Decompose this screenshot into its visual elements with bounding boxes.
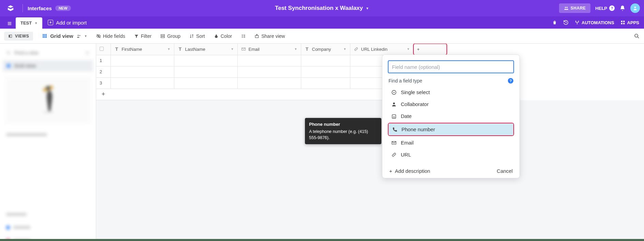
sidebar-search[interactable]: Find a view <box>3 47 93 59</box>
eye-off-icon <box>96 34 101 39</box>
field-type-date[interactable]: 31 Date <box>388 110 514 122</box>
app-logo-icon[interactable] <box>7 4 14 12</box>
grid-cell[interactable] <box>301 55 350 66</box>
field-type-single-select[interactable]: Single select <box>388 86 514 98</box>
help-icon[interactable]: ? <box>508 78 513 84</box>
find-field-type-label: Find a field type <box>389 78 422 84</box>
panel-footer: + Add description Cancel <box>388 168 514 174</box>
grid-cell[interactable] <box>237 66 301 77</box>
svg-point-12 <box>77 34 79 36</box>
automations-label: AUTOMATIONS <box>582 20 614 25</box>
group-label: Group <box>167 33 180 39</box>
grid-cell[interactable] <box>111 55 174 66</box>
grid-cell[interactable] <box>111 66 174 77</box>
top-right-actions: SHARE HELP ? <box>559 3 640 13</box>
tables-menu-button[interactable] <box>3 18 16 29</box>
grid-cell[interactable] <box>174 66 237 77</box>
field-type-url[interactable]: URL <box>388 149 514 161</box>
user-avatar[interactable] <box>630 3 640 13</box>
sidebar-create-header[interactable] <box>3 209 93 220</box>
field-name-input[interactable] <box>388 60 514 73</box>
grid-cell[interactable] <box>301 77 350 89</box>
calendar-icon: 31 <box>391 114 397 119</box>
field-type-phone-number[interactable]: Phone number <box>389 123 513 135</box>
share-view-button[interactable]: Share view <box>254 33 285 39</box>
select-icon <box>391 90 397 95</box>
apps-button[interactable]: APPS <box>620 20 639 25</box>
text-icon <box>305 47 309 51</box>
column-header-url[interactable]: URL Linkedin▼ <box>350 44 413 55</box>
add-import-button[interactable]: + Add or import <box>42 20 92 26</box>
grid-cell[interactable] <box>237 77 301 89</box>
history-button[interactable] <box>563 20 569 25</box>
field-type-collaborator[interactable]: Collaborator <box>388 98 514 110</box>
column-header-company[interactable]: Company▼ <box>301 44 350 55</box>
grid-cell[interactable] <box>111 77 174 89</box>
link-icon <box>391 152 397 157</box>
select-all-header[interactable] <box>96 44 111 55</box>
color-icon <box>214 34 219 39</box>
grid-cell[interactable] <box>301 66 350 77</box>
search-button[interactable] <box>634 33 640 39</box>
hide-fields-button[interactable]: Hide fields <box>96 33 125 39</box>
tab-right-actions: AUTOMATIONS APPS <box>552 20 644 25</box>
svg-rect-9 <box>623 23 625 24</box>
svg-point-1 <box>566 7 568 8</box>
group-icon <box>160 34 165 39</box>
group-button[interactable]: Group <box>160 33 180 39</box>
field-type-email[interactable]: Email <box>388 137 514 149</box>
plus-icon: + <box>96 89 111 100</box>
color-button[interactable]: Color <box>214 33 232 39</box>
field-type-label: Phone number <box>401 126 435 132</box>
grid-icon <box>42 33 47 39</box>
add-field-button[interactable]: + <box>413 44 447 55</box>
add-import-label: Add or import <box>56 20 87 26</box>
field-type-number[interactable]: Number <box>388 161 514 163</box>
sort-button[interactable]: Sort <box>189 33 205 39</box>
cancel-button[interactable]: Cancel <box>497 168 513 174</box>
illustration-icon <box>38 83 58 117</box>
sidebar-view-item[interactable]: Grid view <box>3 60 93 72</box>
interfaces-link[interactable]: Interfaces <box>28 5 52 11</box>
find-field-type-row: Find a field type ? <box>389 78 513 84</box>
grid-cell[interactable] <box>174 77 237 89</box>
svg-text:31: 31 <box>393 116 395 118</box>
plus-icon: + <box>389 168 392 174</box>
svg-rect-15 <box>161 34 165 36</box>
svg-point-18 <box>635 34 638 37</box>
svg-point-19 <box>7 51 9 54</box>
help-link[interactable]: HELP ? <box>595 5 615 11</box>
row-height-icon <box>241 34 246 39</box>
grid-cell[interactable] <box>237 55 301 66</box>
share-icon <box>254 34 259 39</box>
filter-button[interactable]: Filter <box>134 33 151 39</box>
field-type-label: Date <box>401 113 412 119</box>
trash-button[interactable] <box>552 20 557 25</box>
grid-view-selector[interactable]: Grid view ▼ <box>42 33 87 39</box>
color-label: Color <box>221 33 232 39</box>
views-button[interactable]: VIEWS <box>4 32 33 41</box>
row-height-button[interactable] <box>241 34 246 39</box>
svg-point-20 <box>87 52 88 54</box>
field-type-label: Email <box>401 140 414 146</box>
automations-button[interactable]: AUTOMATIONS <box>575 20 614 25</box>
email-icon <box>391 140 397 146</box>
apps-label: APPS <box>627 20 639 25</box>
row-number: 3 <box>96 77 111 89</box>
column-header-lastname[interactable]: LastName▼ <box>174 44 237 55</box>
column-header-firstname[interactable]: FirstName▼ <box>111 44 174 55</box>
base-title[interactable]: Test Synchronisation x Waalaxy ▼ <box>275 5 369 12</box>
table-tab-label: TEST <box>20 20 32 26</box>
field-type-list[interactable]: Single select Collaborator 31 Date Phone… <box>388 86 514 163</box>
grid-cell[interactable] <box>174 55 237 66</box>
sidebar-create-item[interactable] <box>3 222 93 233</box>
field-type-label: URL <box>401 152 411 157</box>
share-button[interactable]: SHARE <box>559 3 591 13</box>
column-header-email[interactable]: Email▼ <box>237 44 301 55</box>
svg-point-26 <box>393 102 395 104</box>
svg-point-5 <box>577 24 577 24</box>
notifications-button[interactable] <box>619 5 626 11</box>
text-icon <box>178 47 182 51</box>
add-description-button[interactable]: + Add description <box>389 168 430 174</box>
table-tab-active[interactable]: TEST ▼ <box>16 17 42 29</box>
